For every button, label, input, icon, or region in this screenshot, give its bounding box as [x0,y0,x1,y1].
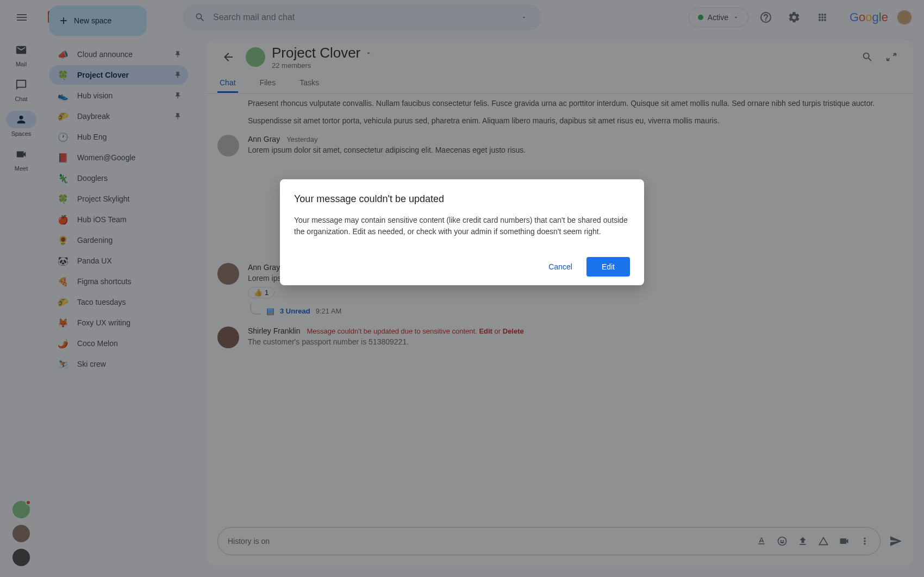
dlp-modal: Your message couldn't be updated Your me… [280,179,644,285]
modal-actions: Cancel Edit [294,257,630,277]
modal-overlay: Your message couldn't be updated Your me… [0,0,924,577]
edit-button[interactable]: Edit [586,257,630,277]
modal-body: Your message may contain sensitive conte… [294,215,630,237]
cancel-button[interactable]: Cancel [539,257,582,277]
modal-title: Your message couldn't be updated [294,193,630,205]
